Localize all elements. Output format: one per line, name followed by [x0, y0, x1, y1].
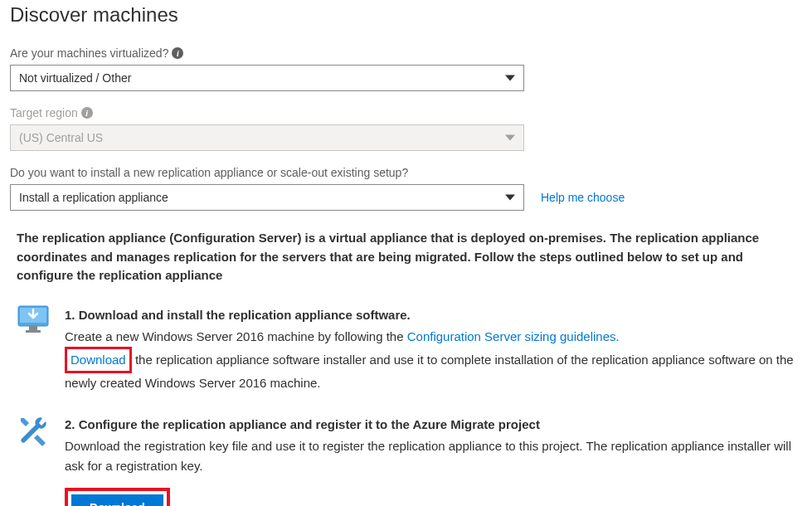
info-icon[interactable]: i	[81, 107, 93, 119]
download-software-link[interactable]: Download	[71, 353, 126, 367]
virtualized-select[interactable]: Not virtualized / Other	[10, 65, 524, 91]
step-2-desc: Download the registration key file and u…	[65, 436, 802, 476]
monitor-download-icon	[17, 305, 50, 393]
target-region-label: Target region i	[10, 106, 802, 119]
virtualized-value: Not virtualized / Other	[19, 71, 131, 85]
sizing-guidelines-link[interactable]: Configuration Server sizing guidelines.	[407, 329, 620, 343]
info-icon[interactable]: i	[172, 47, 183, 59]
svg-rect-2	[29, 326, 37, 330]
install-appliance-field: Do you want to install a new replication…	[10, 166, 802, 211]
download-button-highlight: Download	[65, 488, 170, 507]
step-2-title: 2. Configure the replication appliance a…	[65, 415, 802, 435]
chevron-down-icon	[505, 135, 515, 141]
svg-rect-3	[26, 330, 41, 333]
step-2: 2. Configure the replication appliance a…	[10, 415, 802, 507]
target-region-value: (US) Central US	[19, 131, 103, 144]
page-title: Discover machines	[10, 3, 802, 27]
chevron-down-icon	[505, 195, 515, 201]
download-link-highlight: Download	[65, 347, 132, 373]
intro-text: The replication appliance (Configuration…	[17, 229, 795, 285]
install-appliance-select[interactable]: Install a replication appliance	[10, 184, 524, 211]
download-button[interactable]: Download	[71, 494, 163, 507]
virtualized-field: Are your machines virtualized? i Not vir…	[10, 46, 802, 91]
virtualized-label: Are your machines virtualized? i	[10, 46, 802, 60]
chevron-down-icon	[505, 75, 515, 81]
target-region-field: Target region i (US) Central US	[10, 106, 802, 151]
install-appliance-label-text: Do you want to install a new replication…	[10, 166, 408, 179]
step-1-line1-prefix: Create a new Windows Server 2016 machine…	[65, 329, 407, 343]
target-region-label-text: Target region	[10, 106, 78, 119]
help-me-choose-link[interactable]: Help me choose	[541, 191, 625, 204]
install-appliance-value: Install a replication appliance	[19, 191, 168, 204]
install-appliance-label: Do you want to install a new replication…	[10, 166, 802, 179]
step-1: 1. Download and install the replication …	[10, 305, 802, 393]
virtualized-label-text: Are your machines virtualized?	[10, 46, 168, 60]
target-region-select: (US) Central US	[10, 124, 524, 151]
step-1-title: 1. Download and install the replication …	[65, 305, 802, 325]
step-1-line2-suffix: the replication appliance software insta…	[65, 353, 794, 390]
tools-icon	[17, 415, 50, 507]
